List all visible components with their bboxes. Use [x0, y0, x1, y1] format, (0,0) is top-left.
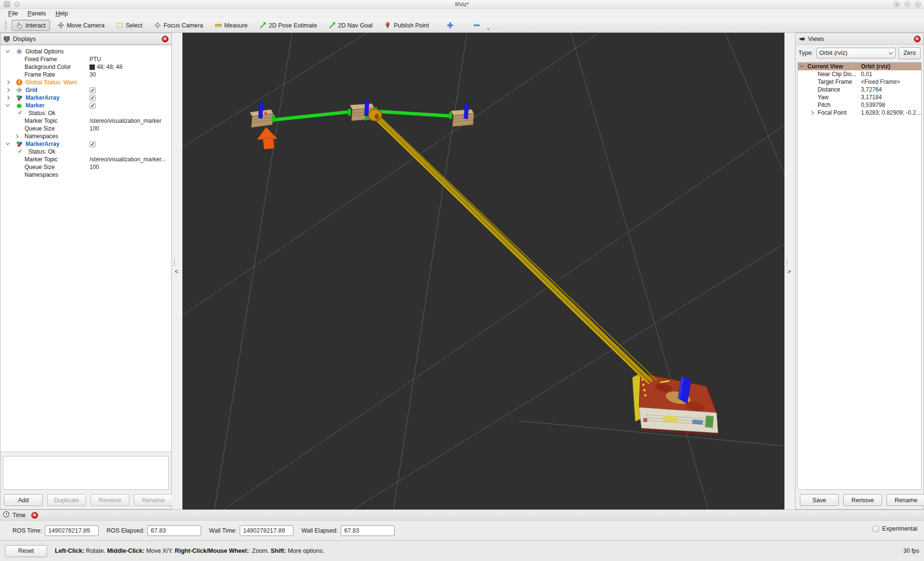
wall-time-label: Wall Time: [209, 527, 237, 534]
grid-lines [182, 33, 784, 509]
displays-panel-header[interactable]: Displays ✕ [0, 33, 171, 45]
3d-scene[interactable] [182, 33, 784, 509]
tree-row[interactable]: Queue Size100 [0, 125, 171, 132]
tool-label: Measure [224, 22, 248, 29]
property-label: Focal Point [818, 109, 847, 116]
3d-viewport[interactable] [182, 33, 784, 509]
ros-elapsed-label: ROS Elapsed: [106, 527, 144, 534]
add-button[interactable]: Add [4, 494, 43, 506]
tree-row[interactable]: Namespaces [0, 171, 171, 179]
tree-row[interactable]: Yaw3,17184 [798, 93, 921, 101]
tree-row[interactable]: Near Clip Dis...0,01 [798, 70, 921, 78]
property-label: Current View [808, 63, 843, 70]
toolbar: InteractMove CameraSelectFocus CameraMea… [0, 18, 924, 33]
tool-interact[interactable]: Interact [12, 20, 50, 31]
zero-button[interactable]: Zero [898, 47, 921, 59]
enabled-checkbox[interactable]: ✓ [90, 141, 96, 147]
tool-2d-nav-goal[interactable]: 2D Nav Goal [324, 20, 377, 31]
window-titlebar[interactable]: RViz* v ^ × [0, 0, 924, 9]
right-panel-collapse-handle[interactable]: > [784, 33, 795, 509]
tree-row[interactable]: ✓Status: Ok [0, 148, 171, 156]
collapse-left-icon[interactable]: < [175, 268, 179, 275]
chevron-down-icon [889, 50, 893, 54]
tree-row[interactable]: ✓Status: Ok [0, 109, 171, 117]
tool-measure[interactable]: Measure [210, 20, 252, 31]
view-type-label: Type: [798, 50, 813, 56]
tree-row[interactable]: Grid✓ [0, 86, 171, 94]
menu-help[interactable]: Help [51, 9, 72, 18]
save-button[interactable]: Save [800, 494, 839, 506]
chevron-right-icon[interactable] [810, 111, 814, 115]
reset-button[interactable]: Reset [5, 545, 47, 557]
toolbar-drag-handle[interactable] [5, 21, 7, 30]
experimental-checkbox[interactable] [873, 526, 879, 532]
tree-row[interactable]: Background Color48; 48; 48 [0, 63, 171, 71]
tree-row[interactable]: MarkerArray✓ [0, 94, 171, 102]
tree-row[interactable]: Frame Rate30 [0, 71, 171, 78]
tree-row[interactable]: Global Status: Warn [0, 78, 171, 86]
status-ok-icon: ✓ [18, 109, 25, 116]
chevron-right-icon[interactable] [6, 96, 10, 100]
tree-row[interactable]: Pitch0,539798 [798, 101, 921, 109]
displays-close-icon[interactable]: ✕ [162, 36, 168, 42]
property-label: Frame Rate [25, 71, 55, 78]
tool-label: Interact [26, 22, 46, 29]
window-title: RViz* [0, 1, 924, 7]
chevron-right-icon[interactable] [6, 88, 10, 92]
tool-publish-point[interactable]: Publish Point [380, 20, 433, 31]
tree-row[interactable]: Global Options [0, 48, 171, 55]
views-close-icon[interactable]: ✕ [914, 36, 921, 42]
chevron-down-icon[interactable] [6, 103, 10, 106]
tool-label: 2D Nav Goal [338, 22, 373, 29]
collapse-right-icon[interactable]: > [787, 268, 791, 275]
tree-row[interactable]: Target Frame<Fixed Frame> [798, 78, 921, 86]
rename-button[interactable]: Rename [886, 494, 924, 506]
tool-focus-camera[interactable]: Focus Camera [150, 20, 207, 31]
remove-button[interactable]: Remove [843, 494, 882, 506]
enabled-checkbox[interactable]: ✓ [90, 95, 96, 101]
enabled-checkbox[interactable]: ✓ [90, 87, 96, 93]
tool-2d-pose-estimate[interactable]: 2D Pose Estimate [255, 20, 321, 31]
property-label: Status: Ok [28, 110, 55, 117]
tree-row[interactable]: Marker Topic/stereo/visualization_marker [0, 117, 171, 125]
tree-row[interactable]: Marker✓ [0, 102, 171, 109]
tree-row[interactable]: Focal Point1.6283; 0.82909; -0.2... [798, 109, 921, 117]
close-icon[interactable]: × [915, 1, 921, 7]
ros-time-input[interactable] [45, 525, 99, 536]
chevron-right-icon[interactable] [6, 80, 10, 84]
chevron-right-icon[interactable] [14, 134, 18, 138]
view-type-dropdown[interactable]: Orbit (rviz) [816, 48, 896, 58]
wall-time-input[interactable] [240, 525, 294, 536]
tree-row[interactable]: Namespaces [0, 132, 171, 140]
add-tool-button[interactable] [444, 20, 457, 31]
tree-row[interactable]: Fixed FramePTU [0, 55, 171, 63]
ros-elapsed-input[interactable] [147, 525, 201, 536]
tree-row[interactable]: Distance3,72764 [798, 86, 921, 93]
grid-display-icon [16, 87, 23, 93]
maximize-icon[interactable]: ^ [904, 1, 911, 7]
minimize-icon[interactable]: v [894, 1, 900, 7]
enabled-checkbox[interactable]: ✓ [90, 103, 96, 109]
menu-panels[interactable]: Panels [23, 9, 50, 18]
tree-row[interactable]: Marker Topic/stereo/visualization_marker… [0, 156, 171, 163]
tool-move-camera[interactable]: Move Camera [53, 20, 109, 31]
chevron-down-icon[interactable] [6, 49, 10, 52]
views-tree: Current ViewOrbit (rviz)Near Clip Dis...… [797, 62, 922, 490]
time-panel: Time ✕ ROS Time:ROS Elapsed:Wall Time:Wa… [0, 509, 924, 540]
toolbar-overflow-icon[interactable]: v [487, 26, 489, 32]
wall-elapsed-input[interactable] [341, 525, 395, 536]
tree-row-selected[interactable]: Current ViewOrbit (rviz) [798, 63, 921, 70]
time-close-icon[interactable]: ✕ [31, 512, 38, 519]
chevron-down-icon[interactable] [800, 64, 804, 67]
left-panel-collapse-handle[interactable]: < [172, 33, 182, 509]
remove-tool-button[interactable] [470, 20, 483, 31]
views-panel-header[interactable]: Views ✕ [796, 33, 924, 45]
property-value: 0,01 [861, 71, 872, 78]
tree-row[interactable]: Queue Size100 [0, 163, 171, 171]
tree-row[interactable]: MarkerArray✓ [0, 140, 171, 148]
menu-file[interactable]: File [4, 9, 22, 18]
time-panel-header[interactable]: Time ✕ [0, 510, 924, 521]
property-label: Queue Size [25, 125, 55, 132]
chevron-down-icon[interactable] [6, 141, 10, 145]
tool-select[interactable]: Select [112, 20, 147, 31]
